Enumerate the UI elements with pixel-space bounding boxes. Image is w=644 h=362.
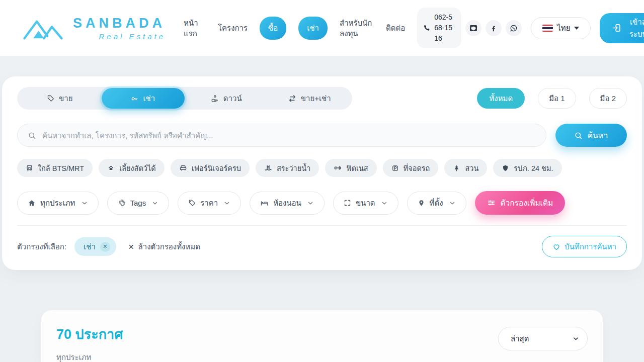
chip-garden[interactable]: สวน	[444, 159, 487, 177]
amenity-chips: ใกล้ BTS/MRT เลี้ยงสัตว์ได้ เฟอร์นิเจอร์…	[17, 159, 627, 177]
selected-filters-label: ตัวกรองที่เลือก:	[17, 241, 66, 253]
chip-fitness[interactable]: ฟิตเนส	[325, 159, 376, 177]
dropdown-label: ขนาด	[356, 197, 375, 209]
selected-filter-chip: เช่า ✕	[74, 237, 116, 256]
chip-near-bts-mrt[interactable]: ใกล้ BTS/MRT	[17, 159, 93, 177]
caret-down-icon	[574, 27, 579, 30]
chevron-down-icon	[307, 200, 314, 207]
nav-investors[interactable]: สำหรับนักลงทุน	[340, 18, 374, 39]
deal-type-tabs: ขาย เช่า ดาวน์ ขาย+เช่า	[17, 87, 352, 110]
chip-label: เลี้ยงสัตว์ได้	[119, 162, 156, 174]
chip-label: รปภ. 24 ชม.	[514, 162, 553, 174]
chip-swimming-pool[interactable]: สระว่ายน้ำ	[256, 159, 319, 177]
key-icon	[131, 95, 138, 102]
main-nav: หน้าแรก โครงการ ซื้อ เช่า สำหรับนักลงทุน…	[184, 8, 461, 48]
dropdown-location[interactable]: ที่ตั้ง	[407, 192, 466, 215]
dropdown-property-type[interactable]: ทุกประเภท	[17, 192, 99, 215]
dropdown-label: ทุกประเภท	[40, 197, 75, 209]
tab-down-payment[interactable]: ดาวน์	[185, 88, 268, 109]
tab-sale-label: ขาย	[59, 93, 72, 105]
login-button[interactable]: เข้าสู่ระบบ	[600, 13, 644, 43]
dropdown-size[interactable]: ขนาด	[333, 192, 398, 215]
results-count-title: 70 ประกาศ	[56, 323, 123, 345]
dropdown-tags[interactable]: Tags	[107, 192, 170, 215]
sort-control: ล่าสุด	[498, 327, 588, 350]
chip-fully-furnished[interactable]: เฟอร์นิเจอร์ครบ	[171, 159, 250, 177]
dumbbell-icon	[334, 164, 342, 172]
search-button[interactable]: ค้นหา	[555, 124, 627, 147]
chip-label: สวน	[465, 162, 478, 174]
tab-sale[interactable]: ขาย	[18, 88, 102, 109]
chevron-down-icon	[223, 200, 230, 207]
language-selector[interactable]: ไทย	[531, 17, 591, 39]
dropdown-label: ราคา	[200, 197, 218, 209]
save-search-label: บันทึกการค้นหา	[565, 241, 616, 253]
save-search-button[interactable]: บันทึกการค้นหา	[542, 236, 627, 257]
dropdown-price[interactable]: ราคา	[178, 192, 241, 215]
tab-sale-rent-label: ขาย+เช่า	[301, 93, 331, 105]
login-icon	[612, 23, 621, 33]
results-subtitle: ทุกประเภท	[56, 351, 123, 362]
chevron-down-icon	[151, 200, 158, 207]
chip-label: ที่จอดรถ	[404, 162, 430, 174]
sliders-icon	[487, 199, 496, 207]
chevron-down-icon	[449, 200, 456, 207]
results-card: 70 ประกาศ ทุกประเภท ล่าสุด	[41, 310, 603, 362]
chip-pet-friendly[interactable]: เลี้ยงสัตว์ได้	[99, 159, 165, 177]
nav-projects[interactable]: โครงการ	[218, 23, 248, 33]
chevron-down-icon	[81, 200, 88, 207]
tab-second-hand[interactable]: มือ 2	[589, 88, 627, 109]
nav-rent-button[interactable]: เช่า	[298, 17, 328, 40]
pin-icon	[418, 199, 425, 207]
tab-rent[interactable]: เช่า	[102, 88, 185, 109]
brand-logo[interactable]: SANBADA Real Estate	[23, 16, 166, 41]
home-icon	[28, 199, 36, 207]
sort-select[interactable]: ล่าสุด	[498, 327, 588, 350]
nav-home[interactable]: หน้าแรก	[184, 18, 206, 39]
more-filters-label: ตัวกรองเพิ่มเติม	[501, 197, 553, 209]
search-button-label: ค้นหา	[587, 129, 608, 142]
hand-icon	[211, 95, 219, 103]
shield-icon	[502, 164, 509, 172]
search-bar	[17, 124, 546, 147]
price-tag-icon	[188, 199, 196, 207]
swap-icon	[288, 95, 296, 103]
header-right: ไทย เข้าสู่ระบบ	[461, 13, 644, 43]
expand-icon	[344, 199, 351, 207]
clear-all-filters-link[interactable]: ✕ ล้างตัวกรองทั้งหมด	[128, 241, 200, 253]
search-icon	[28, 131, 36, 140]
language-label: ไทย	[557, 22, 570, 34]
remove-filter-icon[interactable]: ✕	[100, 242, 110, 252]
mountains-logo-icon	[23, 16, 67, 40]
more-filters-button[interactable]: ตัวกรองเพิ่มเติม	[475, 191, 566, 215]
search-icon	[574, 131, 583, 140]
dropdown-label: ห้องนอน	[273, 197, 301, 209]
divider	[17, 225, 627, 226]
phone-box[interactable]: 062-568-1516	[417, 8, 461, 48]
selected-chip-label: เช่า	[84, 241, 96, 253]
tab-first-hand[interactable]: มือ 1	[538, 88, 576, 109]
filter-dropdowns: ทุกประเภท Tags ราคา ห้องนอน ขนาด ที่ตั้ง	[17, 191, 627, 215]
tab-rent-label: เช่า	[143, 93, 155, 105]
line-icon[interactable]	[465, 20, 481, 36]
pool-icon	[264, 164, 272, 172]
chip-label: เฟอร์นิเจอร์ครบ	[192, 162, 241, 174]
chip-label: ฟิตเนส	[346, 162, 368, 174]
heart-icon	[552, 243, 560, 251]
hand-tabs: ทั้งหมด มือ 1 มือ 2	[477, 88, 627, 109]
dropdown-bedrooms[interactable]: ห้องนอน	[250, 192, 325, 215]
brand-name: SANBADA	[73, 16, 166, 31]
phone-icon	[423, 24, 431, 32]
tab-sale-rent[interactable]: ขาย+เช่า	[268, 88, 352, 109]
header: SANBADA Real Estate หน้าแรก โครงการ ซื้อ…	[0, 0, 644, 56]
chip-parking[interactable]: ที่จอดรถ	[383, 159, 439, 177]
whatsapp-icon[interactable]	[506, 20, 522, 36]
couch-icon	[179, 164, 187, 172]
facebook-icon[interactable]	[486, 20, 502, 36]
nav-buy-button[interactable]: ซื้อ	[260, 17, 286, 40]
brand-tagline: Real Estate	[99, 32, 166, 41]
search-input[interactable]	[42, 131, 536, 140]
chip-security-24h[interactable]: รปภ. 24 ชม.	[493, 159, 561, 177]
tab-all[interactable]: ทั้งหมด	[477, 88, 525, 109]
nav-contact[interactable]: ติดต่อ	[386, 23, 405, 33]
